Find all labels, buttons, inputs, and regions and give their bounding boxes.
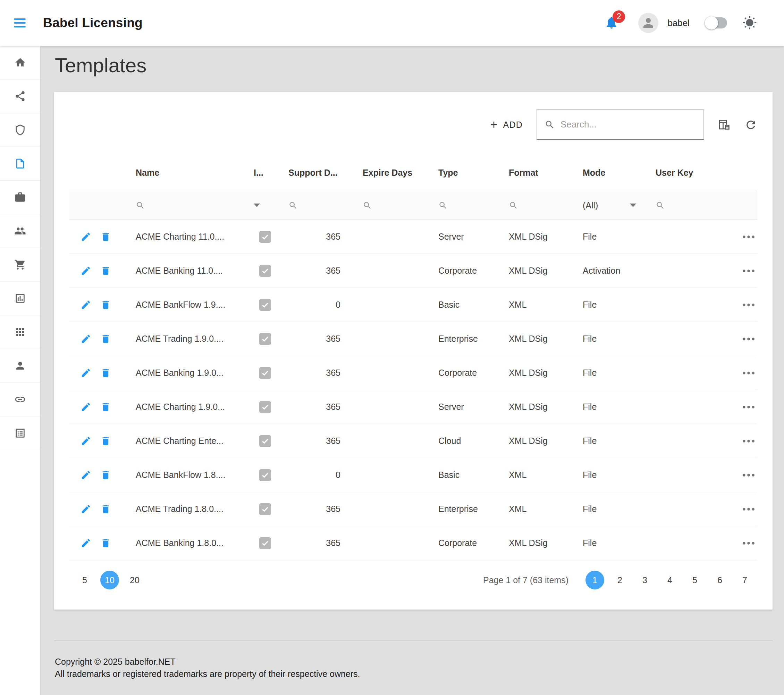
row-checkbox[interactable] [259, 401, 271, 413]
row-checkbox[interactable] [259, 435, 271, 447]
search-icon [545, 119, 555, 130]
edit-icon[interactable] [81, 504, 91, 514]
page-size-button[interactable]: 20 [125, 571, 144, 589]
page-size-button[interactable]: 10 [100, 571, 119, 589]
filter-format[interactable] [509, 201, 583, 210]
row-checkbox[interactable] [259, 367, 271, 379]
ellipsis-icon[interactable] [741, 502, 756, 517]
grid-icon [14, 326, 26, 338]
filter-name[interactable] [136, 201, 254, 210]
sidebar-item-account[interactable] [0, 349, 40, 383]
ellipsis-icon[interactable] [741, 229, 756, 244]
table-row: ACME Banking 11.0.... 365 Corporate XML … [69, 254, 757, 288]
ellipsis-icon[interactable] [741, 264, 756, 278]
page-number-button[interactable]: 7 [735, 571, 754, 589]
ellipsis-icon[interactable] [741, 536, 756, 551]
sidebar-item-links[interactable] [0, 383, 40, 416]
filter-mode[interactable]: (All) [583, 200, 656, 210]
delete-icon[interactable] [100, 299, 111, 310]
menu-toggle-button[interactable] [14, 15, 30, 31]
edit-icon[interactable] [81, 333, 91, 344]
sidebar-item-templates[interactable] [0, 147, 40, 181]
ellipsis-icon[interactable] [741, 434, 756, 448]
cell-format: XML DSig [509, 232, 583, 242]
edit-icon[interactable] [81, 231, 91, 242]
data-grid: Name I... Support D... Expire Days Type … [54, 155, 772, 560]
edit-icon[interactable] [81, 538, 91, 548]
sidebar-item-reports[interactable] [0, 282, 40, 315]
delete-icon[interactable] [100, 436, 111, 446]
username-label[interactable]: babel [667, 18, 690, 28]
theme-toggle-switch[interactable] [706, 17, 727, 28]
row-checkbox[interactable] [259, 265, 271, 277]
row-checkbox[interactable] [259, 537, 271, 549]
column-header-mode[interactable]: Mode [583, 168, 656, 178]
sidebar-item-home[interactable] [0, 46, 40, 79]
table-row: ACME Banking 1.8.0... 365 Corporate XML … [69, 526, 757, 560]
refresh-button[interactable] [744, 119, 757, 131]
delete-icon[interactable] [100, 401, 111, 412]
edit-icon[interactable] [81, 299, 91, 310]
column-header-included[interactable]: I... [254, 168, 288, 178]
delete-icon[interactable] [100, 231, 111, 242]
page-size-button[interactable]: 5 [75, 571, 94, 589]
sidebar-item-orders[interactable] [0, 248, 40, 282]
edit-icon[interactable] [81, 265, 91, 276]
sidebar-item-products[interactable] [0, 181, 40, 214]
row-checkbox[interactable] [259, 299, 271, 311]
delete-icon[interactable] [100, 538, 111, 548]
filter-user-key[interactable] [656, 201, 727, 210]
sidebar-item-customers[interactable] [0, 214, 40, 248]
sidebar-item-security[interactable] [0, 113, 40, 147]
edit-icon[interactable] [81, 368, 91, 378]
row-checkbox[interactable] [259, 333, 271, 345]
brightness-button[interactable] [742, 16, 757, 30]
delete-icon[interactable] [100, 333, 111, 344]
column-header-expire-days[interactable]: Expire Days [363, 168, 438, 178]
delete-icon[interactable] [100, 265, 111, 276]
filter-included[interactable] [254, 203, 288, 207]
filter-support-days[interactable] [288, 201, 363, 210]
ellipsis-icon[interactable] [741, 298, 756, 312]
delete-icon[interactable] [100, 504, 111, 514]
edit-icon[interactable] [81, 401, 91, 412]
page-number-button[interactable]: 2 [611, 571, 629, 589]
notifications-button[interactable]: 2 [604, 15, 619, 31]
filter-type[interactable] [438, 201, 509, 210]
column-header-user-key[interactable]: User Key [656, 168, 727, 178]
ellipsis-icon[interactable] [741, 366, 756, 380]
search-icon [509, 201, 518, 210]
ellipsis-icon[interactable] [741, 400, 756, 414]
search-input[interactable] [560, 119, 696, 130]
filter-expire-days[interactable] [363, 201, 438, 210]
page-number-button[interactable]: 1 [585, 571, 604, 589]
page-number-button[interactable]: 3 [636, 571, 654, 589]
page-number-button[interactable]: 6 [710, 571, 729, 589]
column-header-type[interactable]: Type [438, 168, 509, 178]
row-checkbox[interactable] [259, 469, 271, 481]
ellipsis-icon[interactable] [741, 468, 756, 482]
column-header-format[interactable]: Format [509, 168, 583, 178]
cell-name: ACME Banking 1.8.0... [136, 538, 254, 548]
edit-icon[interactable] [81, 436, 91, 446]
column-chooser-button[interactable] [718, 119, 731, 131]
delete-icon[interactable] [100, 368, 111, 378]
ellipsis-icon[interactable] [741, 332, 756, 346]
sidebar-item-logs[interactable] [0, 416, 40, 450]
sidebar-item-share[interactable] [0, 79, 40, 113]
page-number-button[interactable]: 5 [685, 571, 704, 589]
column-header-support-days[interactable]: Support D... [288, 168, 363, 178]
edit-icon[interactable] [81, 470, 91, 480]
page-number-button[interactable]: 4 [660, 571, 679, 589]
check-icon [261, 368, 270, 378]
shield-icon [14, 124, 26, 136]
search-icon [136, 201, 145, 210]
column-header-name[interactable]: Name [136, 168, 254, 178]
row-checkbox[interactable] [259, 503, 271, 515]
sidebar-item-apps[interactable] [0, 315, 40, 349]
cell-format: XML DSig [509, 402, 583, 412]
user-avatar[interactable] [638, 13, 658, 33]
row-checkbox[interactable] [259, 231, 271, 243]
delete-icon[interactable] [100, 470, 111, 480]
add-button[interactable]: ADD [489, 119, 523, 130]
